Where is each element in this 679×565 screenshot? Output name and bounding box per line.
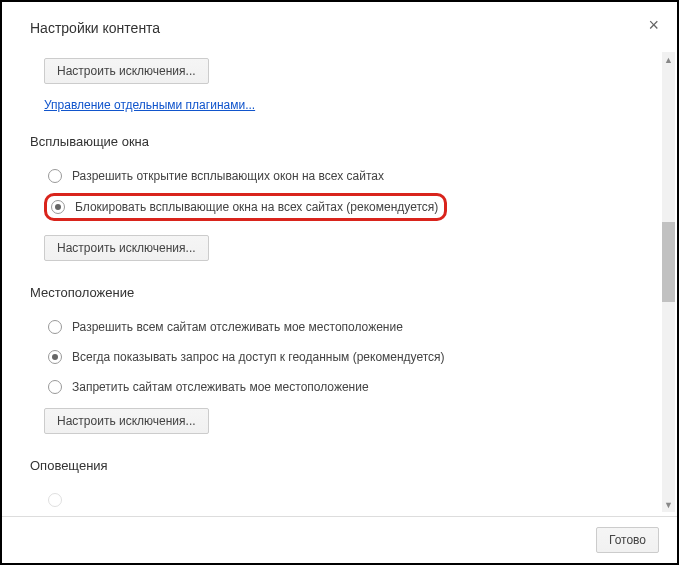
popup-allow-row[interactable]: Разрешить открытие всплывающих окон на в… [44, 163, 637, 189]
radio-label: Запретить сайтам отслеживать мое местопо… [72, 380, 369, 394]
scrollbar-track[interactable]: ▲ ▼ [662, 52, 675, 512]
close-icon[interactable]: × [648, 16, 659, 34]
radio-label: Разрешить открытие всплывающих окон на в… [72, 169, 384, 183]
radio-label: Блокировать всплывающие окна на всех сай… [75, 200, 438, 214]
radio-icon[interactable] [48, 320, 62, 334]
popups-exceptions-button[interactable]: Настроить исключения... [44, 235, 209, 261]
top-exceptions-button[interactable]: Настроить исключения... [44, 58, 209, 84]
manage-plugins-link[interactable]: Управление отдельными плагинами... [44, 98, 255, 112]
popup-block-row-highlighted[interactable]: Блокировать всплывающие окна на всех сай… [44, 193, 447, 221]
scrollbar-thumb[interactable] [662, 222, 675, 302]
content-area: Настроить исключения... Управление отдел… [30, 58, 657, 518]
radio-icon[interactable] [48, 493, 62, 507]
dialog-footer: Готово [2, 516, 677, 563]
radio-icon[interactable] [48, 350, 62, 364]
location-ask-row[interactable]: Всегда показывать запрос на доступ к гео… [44, 344, 637, 370]
notifications-row-partial[interactable] [44, 487, 637, 513]
dialog-title: Настройки контента [30, 20, 657, 36]
location-allow-row[interactable]: Разрешить всем сайтам отслеживать мое ме… [44, 314, 637, 340]
done-button[interactable]: Готово [596, 527, 659, 553]
section-title-popups: Всплывающие окна [30, 134, 637, 149]
scroll-down-icon[interactable]: ▼ [662, 497, 675, 512]
radio-icon[interactable] [48, 380, 62, 394]
scroll-up-icon[interactable]: ▲ [662, 52, 675, 67]
radio-label: Разрешить всем сайтам отслеживать мое ме… [72, 320, 403, 334]
section-title-location: Местоположение [30, 285, 637, 300]
location-block-row[interactable]: Запретить сайтам отслеживать мое местопо… [44, 374, 637, 400]
location-exceptions-button[interactable]: Настроить исключения... [44, 408, 209, 434]
radio-icon[interactable] [51, 200, 65, 214]
radio-label: Всегда показывать запрос на доступ к гео… [72, 350, 445, 364]
section-title-notifications: Оповещения [30, 458, 637, 473]
radio-icon[interactable] [48, 169, 62, 183]
